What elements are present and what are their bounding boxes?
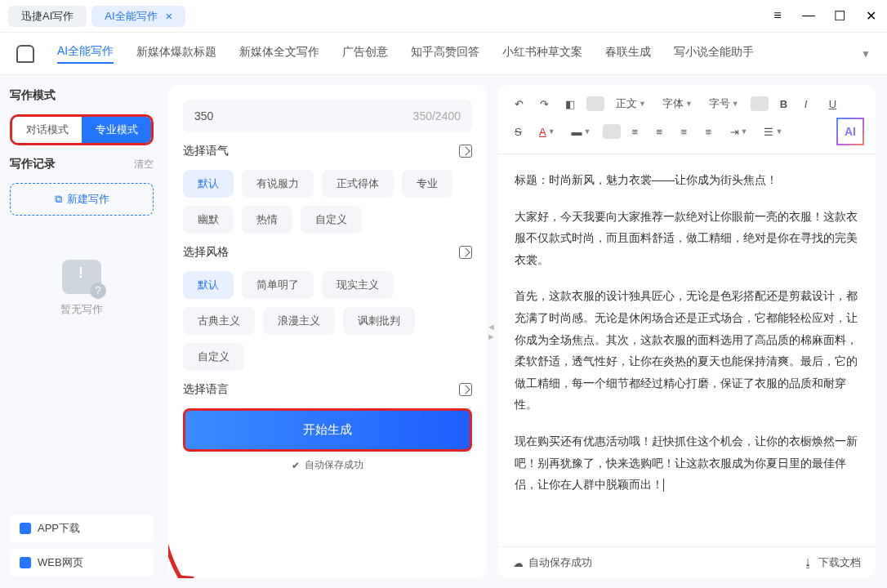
cloud-icon: ☁ <box>513 557 524 569</box>
style-chip-0[interactable]: 默认 <box>183 271 234 299</box>
nav-item-3[interactable]: 广告创意 <box>342 45 388 63</box>
new-writing-button[interactable]: ⧉ 新建写作 <box>10 183 154 216</box>
paragraph-select[interactable]: 正文▼ <box>611 93 651 114</box>
align-left-icon[interactable]: ≡ <box>627 122 645 141</box>
close-window-icon[interactable]: ✕ <box>862 8 879 24</box>
tone-header: 选择语气 <box>183 144 472 158</box>
tone-chip-5[interactable]: 热情 <box>242 206 292 234</box>
highlight-icon[interactable]: ▬▼ <box>567 122 596 141</box>
style-chip-5[interactable]: 讽刺批判 <box>343 307 415 335</box>
tone-title: 选择语气 <box>183 144 229 158</box>
app-name-tab: 迅捷AI写作 <box>8 6 87 27</box>
sidebar: 写作模式 对话模式 专业模式 写作记录 清空 ⧉ 新建写作 ? 暂无写作 APP… <box>0 75 163 588</box>
new-writing-label: 新建写作 <box>67 192 109 207</box>
mode-pro-button[interactable]: 专业模式 <box>82 117 151 143</box>
app-download-link[interactable]: APP下载 <box>10 514 154 542</box>
nav-item-5[interactable]: 小红书种草文案 <box>502 45 582 63</box>
nav-item-2[interactable]: 新媒体全文写作 <box>239 45 319 63</box>
mode-dialog-button[interactable]: 对话模式 <box>12 117 82 143</box>
generate-button[interactable]: 开始生成 <box>183 408 472 452</box>
nav-item-0[interactable]: AI全能写作 <box>57 44 114 64</box>
style-chip-4[interactable]: 浪漫主义 <box>263 307 335 335</box>
app-download-label: APP下载 <box>38 521 80 536</box>
web-label: WEB网页 <box>38 555 83 570</box>
nav-more-icon[interactable]: ▼ <box>861 48 871 60</box>
tone-chip-2[interactable]: 正式得体 <box>322 170 394 198</box>
font-color-icon[interactable]: A▼ <box>534 122 560 141</box>
ai-button[interactable]: AI <box>836 118 864 145</box>
style-chip-1[interactable]: 简单明了 <box>242 271 314 299</box>
strike-icon[interactable]: S <box>510 122 528 141</box>
autosave-label: 自动保存成功 <box>528 555 592 570</box>
align-justify-icon[interactable]: ≡ <box>701 122 719 141</box>
underline-icon[interactable]: U <box>824 95 842 114</box>
char-count-max: 350/2400 <box>413 109 461 122</box>
clear-history-button[interactable]: 清空 <box>134 158 154 172</box>
panel-autosave: ✔ 自动保存成功 <box>183 458 472 472</box>
style-chips: 默认 简单明了 现实主义 古典主义 浪漫主义 讽刺批判 自定义 <box>183 271 472 371</box>
char-count-value: 350 <box>194 109 213 122</box>
style-chip-3[interactable]: 古典主义 <box>183 307 255 335</box>
options-panel: 350 350/2400 选择语气 默认 有说服力 正式得体 专业 幽默 热情 … <box>168 85 487 578</box>
align-center-icon[interactable]: ≡ <box>652 122 670 141</box>
tone-chip-1[interactable]: 有说服力 <box>242 170 314 198</box>
history-header: 写作记录 清空 <box>10 157 154 172</box>
maximize-icon[interactable]: ☐ <box>831 8 848 24</box>
tone-chip-6[interactable]: 自定义 <box>301 206 362 234</box>
download-label: 下载文档 <box>818 555 861 570</box>
tone-chip-4[interactable]: 幽默 <box>183 206 234 234</box>
indent-icon[interactable]: ⇥▼ <box>725 122 753 141</box>
nav-item-4[interactable]: 知乎高赞回答 <box>411 45 479 63</box>
tone-chip-0[interactable]: 默认 <box>183 170 234 198</box>
nav-item-7[interactable]: 写小说全能助手 <box>674 45 754 63</box>
redo-icon[interactable]: ↷ <box>535 95 554 114</box>
menu-icon[interactable]: ≡ <box>769 8 786 24</box>
bold-icon[interactable]: B <box>775 95 793 114</box>
content-p2: 大家好，今天我要向大家推荐一款绝对让你眼前一亮的衣服！这款衣服不仅款式时尚，而且… <box>515 206 859 271</box>
nav-item-1[interactable]: 新媒体爆款标题 <box>136 45 216 63</box>
web-link[interactable]: WEB网页 <box>10 549 154 577</box>
style-chip-2[interactable]: 现实主义 <box>322 271 394 299</box>
category-nav: AI全能写作 新媒体爆款标题 新媒体全文写作 广告创意 知乎高赞回答 小红书种草… <box>0 33 887 75</box>
size-select[interactable]: 字号▼ <box>704 93 744 114</box>
check-icon: ✔ <box>292 460 300 471</box>
empty-icon: ? <box>62 260 101 294</box>
separator <box>751 96 769 111</box>
content-p4: 现在购买还有优惠活动哦！赶快抓住这个机会，让你的衣橱焕然一新吧！别再犹豫了，快来… <box>515 430 859 496</box>
empty-state: ? 暂无写作 <box>10 260 154 317</box>
web-icon <box>20 557 31 568</box>
italic-icon[interactable]: I <box>800 95 818 114</box>
current-tab[interactable]: AI全能写作 × <box>91 6 185 27</box>
separator <box>586 96 604 111</box>
edit-tone-icon[interactable] <box>459 145 472 158</box>
window-controls: ≡ — ☐ ✕ <box>769 8 879 24</box>
download-icon: ⭳ <box>803 557 813 569</box>
edit-style-icon[interactable] <box>459 246 472 259</box>
sidebar-bottom: APP下载 WEB网页 <box>10 514 154 577</box>
tone-chip-3[interactable]: 专业 <box>402 170 452 198</box>
style-header: 选择风格 <box>183 245 472 260</box>
char-count-box[interactable]: 350 350/2400 <box>183 100 472 132</box>
edit-lang-icon[interactable] <box>459 383 472 396</box>
close-tab-icon[interactable]: × <box>166 9 173 23</box>
style-chip-6[interactable]: 自定义 <box>183 343 244 371</box>
minimize-icon[interactable]: — <box>800 8 817 24</box>
tab-label: AI全能写作 <box>105 9 157 24</box>
content-p1: 标题：时尚新风，魅力衣裳——让你成为街头焦点！ <box>515 169 859 191</box>
font-select[interactable]: 字体▼ <box>657 93 698 114</box>
align-right-icon[interactable]: ≡ <box>676 122 694 141</box>
tone-chips: 默认 有说服力 正式得体 专业 幽默 热情 自定义 <box>183 170 472 234</box>
eraser-icon[interactable]: ◧ <box>560 95 580 114</box>
undo-icon[interactable]: ↶ <box>510 95 528 114</box>
nav-item-6[interactable]: 春联生成 <box>605 45 651 63</box>
drag-handle[interactable]: ◄ ► <box>487 85 498 578</box>
lang-title: 选择语言 <box>183 382 229 397</box>
download-button[interactable]: ⭳ 下载文档 <box>803 555 861 570</box>
editor-footer: ☁ 自动保存成功 ⭳ 下载文档 <box>498 546 876 578</box>
home-icon[interactable] <box>16 45 34 63</box>
phone-icon <box>20 523 31 534</box>
list-icon[interactable]: ☰▼ <box>759 122 787 141</box>
editor-content[interactable]: 标题：时尚新风，魅力衣裳——让你成为街头焦点！ 大家好，今天我要向大家推荐一款绝… <box>498 154 876 546</box>
style-title: 选择风格 <box>183 245 229 260</box>
panel-autosave-label: 自动保存成功 <box>305 458 363 472</box>
